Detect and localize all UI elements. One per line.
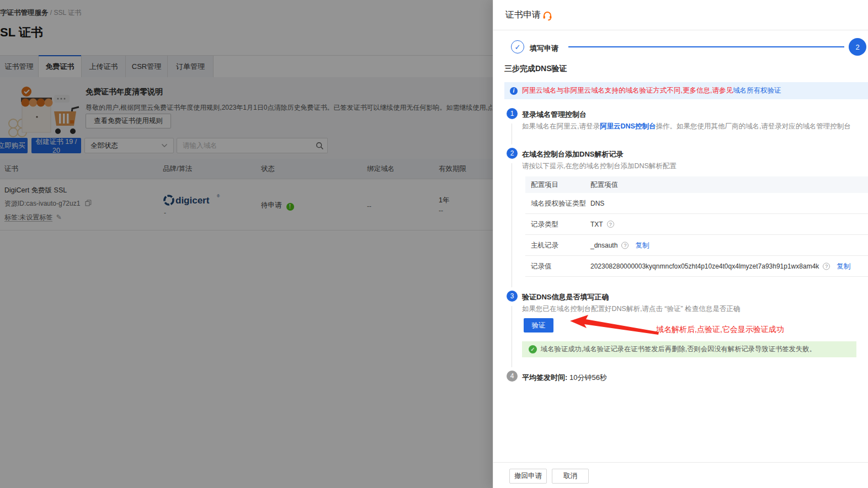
host-record-help-icon[interactable]: ? xyxy=(621,242,629,249)
step1-title: 登录域名管理控制台 xyxy=(522,110,587,120)
verify-button[interactable]: 验证 xyxy=(524,318,553,333)
copy-host-record-link[interactable]: 复制 xyxy=(635,240,649,250)
progress-connector xyxy=(568,46,844,47)
step1-number: 1 xyxy=(507,108,518,119)
info-alert-text: 阿里云域名与非阿里云域名支持的域名验证方式不同,更多信息,请参见 xyxy=(522,86,733,95)
annotation-text: 域名解析后,点验证,它会显示验证成功 xyxy=(656,325,784,335)
domain-ownership-verification-link[interactable]: 域名所有权验证 xyxy=(733,86,781,95)
info-alert: i 阿里云域名与非阿里云域名支持的域名验证方式不同,更多信息,请参见域名所有权验… xyxy=(504,82,868,99)
progress-step1-label: 填写申请 xyxy=(530,44,558,53)
success-alert: ✓ 域名验证成功,域名验证记录在证书签发后再删除,否则会因没有解析记录导致证书签… xyxy=(522,341,856,357)
success-alert-text: 域名验证成功,域名验证记录在证书签发后再删除,否则会因没有解析记录导致证书签发失… xyxy=(541,345,816,354)
success-check-icon: ✓ xyxy=(529,345,537,353)
support-headset-icon[interactable] xyxy=(542,10,553,21)
aliyun-dns-console-link[interactable]: 阿里云DNS控制台 xyxy=(600,122,656,130)
drawer-title: 证书申请 xyxy=(505,9,541,21)
certificate-application-drawer: 证书申请 ✓ 填写申请 2 三步完成DNS验证 i 阿里云域名与非阿里云域名支持… xyxy=(493,0,868,488)
step3-title: 验证DNS信息是否填写正确 xyxy=(522,292,609,302)
step2-desc: 请按以下提示,在您的域名控制台添加DNS解析配置 xyxy=(522,162,677,171)
step-complete-check-icon: ✓ xyxy=(511,40,524,53)
step2-number: 2 xyxy=(507,148,518,159)
config-row-verification-type: 域名授权验证类型 DNS xyxy=(525,193,868,214)
config-row-record-type: 记录类型 TXT ? xyxy=(525,214,868,235)
config-row-record-value: 记录值 202308280000003kyqnmncfox05zht4p10ze… xyxy=(525,256,868,277)
copy-record-value-link[interactable]: 复制 xyxy=(837,261,850,271)
step1-connector xyxy=(512,124,512,144)
step2-connector xyxy=(512,163,512,287)
dns-config-table-header: 配置项目 配置项值 xyxy=(525,176,868,193)
header-divider xyxy=(493,30,868,30)
step2-title: 在域名控制台添加DNS解析记录 xyxy=(522,149,623,159)
step4-number: 4 xyxy=(507,371,518,382)
annotation-arrow xyxy=(554,312,664,337)
ssl-certificate-page: 字证书管理服务 / SSL 证书 SL 证书 证书管理 免费证书 上传证书 CS… xyxy=(0,0,493,488)
col-config-value: 配置项值 xyxy=(590,180,618,190)
step3-number: 3 xyxy=(507,291,518,302)
withdraw-application-button[interactable]: 撤回申请 xyxy=(509,469,547,484)
progress-step2-badge: 2 xyxy=(849,38,866,56)
footer-divider xyxy=(493,462,868,463)
step4-text: 平均签发时间: 10分钟56秒 xyxy=(522,373,607,383)
config-row-host-record: 主机记录 _dnsauth ? 复制 xyxy=(525,235,868,256)
cancel-button[interactable]: 取消 xyxy=(552,469,589,484)
section-title: 三步完成DNS验证 xyxy=(504,64,567,74)
record-type-help-icon[interactable]: ? xyxy=(607,221,614,228)
dns-config-table: 配置项目 配置项值 域名授权验证类型 DNS 记录类型 TXT ? 主机记录 _… xyxy=(525,176,868,277)
step1-desc: 如果域名在阿里云,请登录阿里云DNS控制台操作。如果您使用其他厂商的域名,请登录… xyxy=(522,122,851,131)
screen: 字证书管理服务 / SSL 证书 SL 证书 证书管理 免费证书 上传证书 CS… xyxy=(0,0,868,488)
info-icon: i xyxy=(510,87,518,95)
modal-overlay[interactable] xyxy=(0,0,493,488)
record-value-help-icon[interactable]: ? xyxy=(823,262,830,270)
step3-connector xyxy=(512,306,512,367)
col-config-item: 配置项目 xyxy=(531,180,558,190)
